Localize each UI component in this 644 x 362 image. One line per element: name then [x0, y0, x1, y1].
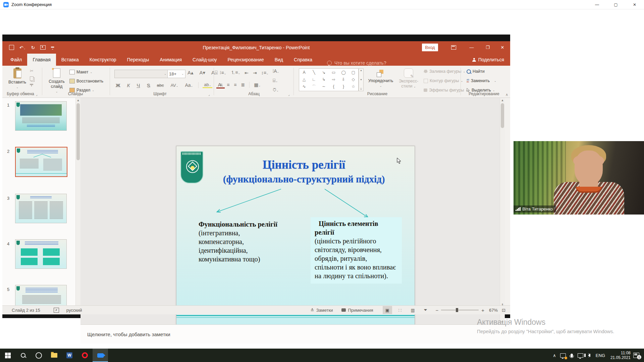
right-text-block[interactable]: Цінність елементів релігії (цінність рел… — [311, 217, 402, 284]
normal-view-button[interactable]: ▣ — [383, 306, 392, 314]
file-explorer-button[interactable] — [46, 349, 62, 362]
slide-thumbnail-4[interactable] — [15, 239, 67, 269]
align-text-icon[interactable]: ⌸⌄ — [273, 78, 278, 83]
tab-home[interactable]: Главная — [27, 54, 56, 66]
justify-icon[interactable]: ≣ — [241, 82, 245, 87]
tab-slideshow[interactable]: Слайд-шоу — [187, 54, 222, 66]
new-slide-button[interactable]: ✦ Создать слайд⌄ — [46, 68, 67, 94]
quick-styles-button[interactable]: Экспресс- стили ⌄ — [395, 68, 422, 89]
text-direction-icon[interactable]: ⦙A⌄ — [273, 68, 279, 74]
tray-chevron-icon[interactable]: ∧ — [550, 349, 559, 362]
zoom-minimize-button[interactable]: — — [588, 0, 606, 9]
zoom-close-button[interactable]: ✕ — [625, 0, 644, 9]
language-indicator[interactable]: ENG — [594, 349, 607, 362]
notes-pane[interactable]: Щелкните, чтобы добавить заметки — [80, 324, 510, 344]
reset-button[interactable]: Восстановить — [69, 79, 103, 83]
search-button[interactable] — [15, 349, 31, 362]
clipboard-dialog-launcher[interactable]: ⌟ — [36, 93, 37, 96]
find-button[interactable]: Найти — [467, 69, 485, 74]
tell-me-box[interactable]: Что вы хотите сделать? — [327, 60, 386, 66]
shape-outline-button[interactable]: Контур фигуры⌄ — [424, 78, 463, 83]
clear-formatting-icon[interactable]: А⍄ — [210, 70, 219, 76]
slideshow-view-button[interactable]: ⏷ — [421, 306, 430, 314]
line-spacing-icon[interactable]: ↕≡⌄ — [261, 70, 269, 75]
volume-icon[interactable] — [585, 349, 594, 362]
zoom-out-button[interactable]: − — [436, 307, 439, 313]
slide-thumbnail-2-selected[interactable] — [15, 147, 67, 177]
zoom-slider-thumb[interactable] — [456, 308, 458, 312]
sign-in-button[interactable]: Вход — [422, 44, 438, 51]
tab-view[interactable]: Вид — [269, 54, 288, 66]
replace-button[interactable]: abac Заменить⌄ — [467, 78, 496, 83]
clock[interactable]: 11:08 21.05.2021 — [610, 351, 631, 360]
character-spacing-button[interactable]: AV⌄ — [169, 83, 179, 88]
change-case-button[interactable]: Aa⌄ — [183, 82, 194, 88]
tab-file[interactable]: Файл — [5, 54, 27, 66]
shapes-scroll-up-icon[interactable]: ▴ — [360, 69, 362, 72]
shape-fill-button[interactable]: Заливка фигуры⌄ — [424, 69, 465, 74]
zoom-level[interactable]: 67% — [489, 308, 498, 313]
zoom-maximize-button[interactable]: ▢ — [606, 0, 625, 9]
font-dialog-launcher[interactable]: ⌟ — [208, 93, 210, 96]
zoom-slider[interactable] — [441, 310, 479, 310]
slide-thumbnail-3[interactable] — [15, 194, 67, 223]
share-button[interactable]: Поделиться — [472, 54, 504, 66]
shapes-gallery[interactable]: A╲↘▭◯▢ △∟↳⇨⇩◇ ∿⌒∼{}☆ — [299, 68, 359, 91]
cortana-button[interactable] — [31, 349, 46, 362]
powerpoint-minimize-button[interactable]: — — [464, 41, 479, 54]
save-icon[interactable] — [9, 45, 14, 50]
ribbon-display-options-icon[interactable] — [446, 41, 461, 54]
tab-review[interactable]: Рецензирование — [222, 54, 269, 66]
slide-sorter-view-button[interactable]: ⸬ — [395, 306, 405, 314]
tab-design[interactable]: Конструктор — [84, 54, 122, 66]
font-name-combo[interactable]: ⌄ — [114, 70, 168, 78]
microphone-icon[interactable] — [568, 349, 576, 362]
paragraph-dialog-launcher[interactable]: ⌟ — [288, 93, 289, 96]
arrange-button[interactable]: Упорядочить⌄ — [367, 68, 395, 88]
bold-button[interactable]: Ж — [114, 82, 122, 88]
tab-animations[interactable]: Анимация — [154, 54, 187, 66]
highlight-color-button[interactable]: ab⌄ — [203, 82, 212, 88]
participant-video-tile[interactable]: Віта Титаренко — [514, 141, 644, 215]
decrease-indent-icon[interactable]: ⇤ — [245, 70, 249, 75]
thumbnail-scrollbar[interactable]: ▲ ▼ — [75, 98, 80, 314]
increase-font-icon[interactable]: А▴ — [186, 70, 195, 76]
italic-button[interactable]: К — [126, 82, 131, 88]
cut-icon[interactable]: ✂ — [30, 68, 34, 73]
left-text-block[interactable]: Функціональність релігії (інтегративна, … — [199, 220, 299, 263]
reading-view-button[interactable]: ▥ — [408, 306, 418, 314]
strikethrough-button[interactable]: abc — [155, 83, 165, 88]
shapes-more-icon[interactable]: ⍌ — [360, 87, 362, 91]
tab-transitions[interactable]: Переходы — [122, 54, 155, 66]
copy-icon[interactable] — [30, 76, 34, 81]
align-center-icon[interactable]: ≡ — [227, 82, 229, 87]
paste-button[interactable]: Вставить⌄ — [8, 68, 26, 90]
align-right-icon[interactable]: ≡ — [234, 82, 236, 87]
zoom-app-button[interactable] — [93, 349, 108, 362]
slide-canvas[interactable]: Цінність релігії (функціонально-структур… — [176, 146, 415, 325]
collapse-ribbon-icon[interactable]: ∧ — [505, 93, 508, 97]
powerpoint-restore-button[interactable]: ❐ — [480, 41, 495, 54]
redo-icon[interactable]: ↻ — [31, 45, 35, 50]
comments-toggle[interactable]: Примечания — [341, 308, 373, 313]
zoom-in-button[interactable]: + — [481, 307, 484, 313]
word-button[interactable]: W — [62, 349, 77, 362]
notes-toggle[interactable]: ≛ Заметки — [311, 308, 333, 313]
fit-to-window-icon[interactable]: ⊡ — [502, 308, 505, 313]
language-indicator[interactable]: русский — [66, 308, 82, 313]
start-slideshow-icon[interactable] — [40, 45, 46, 50]
start-button[interactable] — [0, 349, 15, 362]
screen-share-icon[interactable] — [559, 349, 568, 362]
spellcheck-icon[interactable]: ✗ — [54, 308, 59, 313]
decrease-font-icon[interactable]: А▾ — [198, 70, 207, 76]
undo-icon[interactable]: ↶⌄ — [19, 45, 25, 50]
slide-scrollbar[interactable]: ▲ ⇞ ⇟ ▼ — [500, 98, 505, 324]
increase-indent-icon[interactable]: ⇥ — [253, 70, 257, 75]
tab-insert[interactable]: Вставка — [56, 54, 84, 66]
underline-button[interactable]: Ч — [135, 82, 141, 88]
font-size-combo[interactable]: 18+⌄ — [167, 70, 185, 78]
customize-qat-icon[interactable]: ▬⌄ — [51, 46, 54, 50]
text-shadow-button[interactable]: S — [145, 82, 151, 88]
scroll-up-icon[interactable]: ▲ — [76, 99, 80, 102]
opera-button[interactable] — [77, 349, 93, 362]
